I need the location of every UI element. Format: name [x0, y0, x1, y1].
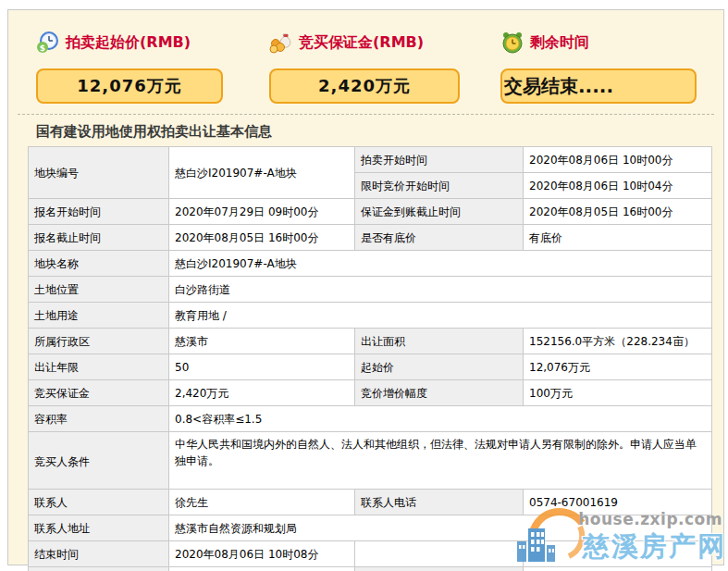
deposit-block: 竞买保证金(RMB) 2,420万元: [269, 10, 460, 114]
deposit-label: 竞买保证金(RMB): [299, 33, 424, 53]
field-value: 慈白沙I201907#-A地块: [169, 251, 712, 277]
table-row: 地块名称 慈白沙I201907#-A地块: [29, 251, 712, 277]
table-row: 报名截止时间 2020年08月05日 16时00分 是否有底价 有底价: [29, 225, 712, 251]
table-row: 所属行政区 慈溪市 出让面积 152156.0平方米（228.234亩）: [29, 329, 712, 354]
time-left-block: 剩余时间 交易结束.....: [500, 10, 697, 114]
field-label: 竞买保证金: [29, 380, 169, 406]
field-value: 0574-67001619: [524, 490, 712, 515]
field-value: 有底价: [524, 225, 712, 251]
field-label: 限时竞价开始时间: [355, 173, 524, 199]
money-bag-icon: [269, 31, 293, 55]
field-label: 报名开始时间: [29, 199, 169, 225]
field-label: 结束时间: [29, 541, 169, 567]
alarm-clock-icon: [500, 31, 524, 55]
deposit-value: 2,420万元: [269, 68, 460, 104]
field-label: 所属行政区: [29, 329, 169, 354]
field-value: 2020年08月06日 10时00分: [524, 147, 712, 173]
field-label: 土地位置: [29, 277, 169, 303]
start-price-label: 拍卖起始价(RMB): [66, 33, 191, 53]
field-value: 2020年08月05日 16时00分: [524, 199, 712, 225]
field-value: 50: [169, 354, 355, 380]
field-value: 152156.0平方米（228.234亩）: [524, 329, 712, 354]
field-label: 竞价增价幅度: [355, 380, 524, 406]
field-label: 出让年限: [29, 354, 169, 380]
time-left-label: 剩余时间: [530, 33, 589, 53]
table-row: 报名开始时间 2020年07月29日 09时00分 保证金到账截止时间 2020…: [29, 199, 712, 225]
field-value: 慈溪市自然资源和规划局: [169, 515, 712, 541]
field-value: 徐先生: [169, 490, 355, 515]
summary-strip: $ 拍卖起始价(RMB) 12,076万元: [8, 10, 723, 114]
field-label: 是否有底价: [355, 225, 524, 251]
table-row: 土地位置 白沙路街道: [29, 277, 712, 303]
time-left-value: 交易结束.....: [500, 68, 697, 104]
field-value: 0.8<容积率≤1.5: [169, 406, 712, 432]
field-label: 联系人地址: [29, 515, 169, 541]
table-row: 联系人 徐先生 联系人电话 0574-67001619: [29, 490, 712, 515]
field-label: 竞得入选人: [355, 567, 524, 571]
svg-text:$: $: [40, 43, 45, 53]
table-row: 容积率 0.8<容积率≤1.5: [29, 406, 712, 432]
field-label: 出让面积: [355, 329, 524, 354]
field-value: 2020年08月06日 10时08分: [169, 541, 355, 567]
auction-detail-page: $ 拍卖起始价(RMB) 12,076万元: [0, 0, 728, 571]
field-label: 报名截止时间: [29, 225, 169, 251]
start-price-block: $ 拍卖起始价(RMB) 12,076万元: [36, 10, 223, 114]
field-value: 2,420万元: [169, 380, 355, 406]
field-value: 白沙路街道: [169, 277, 712, 303]
field-label: 地块名称: [29, 251, 169, 277]
field-label: 拍卖开始时间: [355, 147, 524, 173]
section-title: 国有建设用地使用权拍卖出让基本信息: [36, 123, 272, 141]
money-clock-icon: $: [36, 31, 60, 55]
field-label: 土地用途: [29, 303, 169, 329]
field-value: 2020年08月06日 10时04分: [524, 173, 712, 199]
field-value: 2020年08月05日 16时00分: [169, 225, 355, 251]
table-row: 最高有效报价 12,076 万元 竞得入选人 慈溪市慈吉投资有限公司: [29, 567, 712, 571]
field-label: 联系人: [29, 490, 169, 515]
field-label: 保证金到账截止时间: [355, 199, 524, 225]
field-value: 慈溪市: [169, 329, 355, 354]
field-label: 容积率: [29, 406, 169, 432]
field-label: 地块编号: [29, 147, 169, 199]
field-value: 教育用地 /: [169, 303, 712, 329]
empty-cell: [524, 541, 712, 567]
field-value: 100万元: [524, 380, 712, 406]
dashed-divider: [18, 114, 714, 115]
table-row: 土地用途 教育用地 /: [29, 303, 712, 329]
empty-cell: [355, 541, 524, 567]
table-row: 联系人地址 慈溪市自然资源和规划局: [29, 515, 712, 541]
table-row: 结束时间 2020年08月06日 10时08分: [29, 541, 712, 567]
table-row: 出让年限 50 起始价 12,076万元: [29, 354, 712, 380]
field-value: 12,076 万元: [169, 567, 355, 571]
field-value: 慈溪市慈吉投资有限公司: [524, 567, 712, 571]
table-row: 地块编号 慈白沙I201907#-A地块 拍卖开始时间 2020年08月06日 …: [29, 147, 712, 173]
auction-panel: $ 拍卖起始价(RMB) 12,076万元: [7, 9, 724, 565]
field-value: 12,076万元: [524, 354, 712, 380]
field-label: 竞买人条件: [29, 432, 169, 490]
field-label: 联系人电话: [355, 490, 524, 515]
start-price-value: 12,076万元: [36, 68, 223, 104]
field-value: 中华人民共和国境内外的自然人、法人和其他组织，但法律、法规对申请人另有限制的除外…: [169, 432, 712, 490]
field-value: 慈白沙I201907#-A地块: [169, 147, 355, 199]
table-row: 竞买人条件 中华人民共和国境内外的自然人、法人和其他组织，但法律、法规对申请人另…: [29, 432, 712, 490]
field-label: 起始价: [355, 354, 524, 380]
table-row: 竞买保证金 2,420万元 竞价增价幅度 100万元: [29, 380, 712, 406]
field-label: 最高有效报价: [29, 567, 169, 571]
auction-info-table: 地块编号 慈白沙I201907#-A地块 拍卖开始时间 2020年08月06日 …: [28, 146, 712, 571]
field-value: 2020年07月29日 09时00分: [169, 199, 355, 225]
